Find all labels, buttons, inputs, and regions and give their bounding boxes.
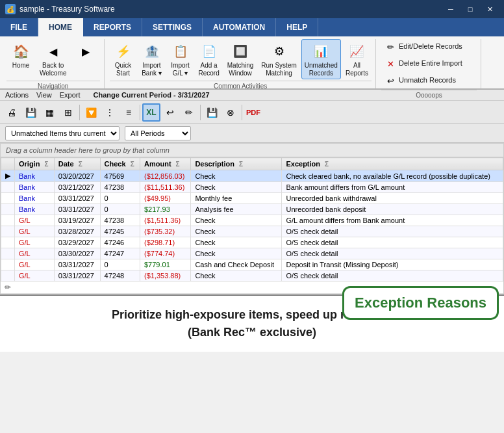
cell-origin: G/L (15, 259, 55, 270)
run-matching-icon: ⚙ (269, 41, 290, 62)
cell-amount: ($774.74) (140, 248, 191, 259)
cell-check: 0 (100, 204, 140, 215)
col-amount[interactable]: Amount Σ (140, 158, 191, 170)
layout-button[interactable]: ▦ (40, 103, 58, 122)
add-record-button[interactable]: 📄 Add aRecord (195, 39, 223, 79)
actions-menu[interactable]: Actions (5, 91, 29, 99)
row-arrow (1, 193, 15, 204)
table-row[interactable]: Bank03/31/20270($49.95)Monthly feeUnreco… (1, 193, 503, 204)
cell-exception: Bank amount differs from G/L amount (282, 182, 503, 193)
data-table: Origin Σ Date Σ Check Σ Amount Σ Descrip… (1, 157, 503, 282)
row-arrow (1, 248, 15, 259)
table-row[interactable]: Bank03/31/20270$217.93Analysis feeUnreco… (1, 204, 503, 215)
view-menu[interactable]: View (36, 91, 52, 99)
table-row[interactable]: ▶Bank03/20/202747569($12,856.03)CheckChe… (1, 170, 503, 182)
cell-amount: ($49.95) (140, 193, 191, 204)
cell-exception: O/S check detail (282, 226, 503, 237)
forward-button[interactable]: ▶ (71, 39, 100, 64)
filter-dropdown-2[interactable]: All Periods Current Period Prior Periods (125, 126, 191, 140)
quick-start-icon: ⚡ (113, 41, 134, 62)
col-description[interactable]: Description Σ (191, 158, 282, 170)
filter-button[interactable]: 🔽 (82, 103, 100, 122)
unmatched-records-button[interactable]: 📊 UnmatchedRecords (301, 39, 341, 79)
row-arrow (1, 182, 15, 193)
ribbon-content: 🏠 Home ◀ Back toWelcome ▶ Navigation ⚡ Q… (0, 36, 504, 90)
col-date[interactable]: Date Σ (54, 158, 100, 170)
print-button[interactable]: 🖨 (3, 103, 21, 122)
cell-date: 03/21/2027 (54, 182, 100, 193)
cell-amount: ($1,511.36) (140, 215, 191, 226)
edit-delete-button[interactable]: ✏ Edit/Delete Records (381, 39, 477, 55)
cell-origin: G/L (15, 248, 55, 259)
unmatch-records-button[interactable]: ↩ Unmatch Records (381, 73, 477, 88)
tab-help[interactable]: HELP (276, 18, 318, 36)
delete-import-button[interactable]: ✕ Delete Entire Import (381, 56, 477, 72)
maximize-button[interactable]: □ (461, 3, 479, 16)
table-row[interactable]: G/L03/19/202747238($1,511.36)CheckG/L am… (1, 215, 503, 226)
floppy-button[interactable]: 💾 (203, 103, 221, 122)
minimize-button[interactable]: ─ (442, 3, 460, 16)
column-button[interactable]: ⋮ (101, 103, 119, 122)
cell-check: 47245 (100, 226, 140, 237)
tab-reports[interactable]: REPORTS (83, 18, 142, 36)
undo-button[interactable]: ↩ (161, 103, 179, 122)
cell-amount: ($11,511.36) (140, 182, 191, 193)
table-row[interactable]: G/L03/30/202747247($774.74)CheckO/S chec… (1, 248, 503, 259)
cell-origin: Bank (15, 182, 55, 193)
close-button[interactable]: ✕ (481, 3, 499, 16)
pencil-edit-icon: ✏ (5, 283, 11, 292)
tab-automation[interactable]: AUTOMATION (203, 18, 276, 36)
export-menu[interactable]: Export (60, 91, 81, 99)
grid-container[interactable]: Drag a column header here to group by th… (0, 143, 504, 295)
back-welcome-button[interactable]: ◀ Back toWelcome (36, 39, 70, 79)
matching-window-button[interactable]: 🔲 MatchingWindow (224, 39, 257, 79)
import-bank-button[interactable]: 🏦 ImportBank ▾ (138, 39, 166, 79)
table-row[interactable]: G/L03/29/202747246($298.71)CheckO/S chec… (1, 237, 503, 248)
ribbon-tabs: FILE HOME REPORTS SETTINGS AUTOMATION HE… (0, 18, 504, 36)
cell-amount: $217.93 (140, 204, 191, 215)
cell-check: 47238 (100, 182, 140, 193)
matching-window-icon: 🔲 (230, 41, 251, 62)
cell-date: 03/31/2027 (54, 204, 100, 215)
cell-description: Check (191, 226, 282, 237)
tab-settings[interactable]: SETTINGS (142, 18, 203, 36)
cell-date: 03/31/2027 (54, 259, 100, 270)
pdf-button[interactable]: PDF (244, 103, 262, 122)
save-button[interactable]: 💾 (21, 103, 40, 122)
tab-file[interactable]: FILE (0, 18, 38, 36)
cell-origin: Bank (15, 170, 55, 182)
filter-bar: Unmatched Items thru current All Unmatch… (0, 124, 504, 143)
col-origin[interactable]: Origin Σ (15, 158, 55, 170)
table-row[interactable]: G/L03/31/20270$779.01Cash and Check Depo… (1, 259, 503, 270)
excel-button[interactable]: XL (142, 103, 160, 122)
group-button[interactable]: ≡ (120, 103, 138, 122)
col-check[interactable]: Check Σ (100, 158, 140, 170)
table-row[interactable]: Bank03/21/202747238($11,511.36)CheckBank… (1, 182, 503, 193)
all-reports-button[interactable]: 📈 AllReports (342, 39, 372, 79)
home-label: Home (12, 62, 30, 70)
grid-button[interactable]: ⊞ (59, 103, 77, 122)
table-row[interactable]: G/L03/28/202747245($735.32)CheckO/S chec… (1, 226, 503, 237)
toolbar-separator-4 (242, 105, 242, 120)
quick-start-button[interactable]: ⚡ QuickStart (110, 39, 137, 79)
run-matching-button[interactable]: ⚙ Run SystemMatching (258, 39, 299, 79)
pencil-button[interactable]: ✏ (180, 103, 198, 122)
edit-delete-icon: ✏ (386, 42, 396, 52)
row-arrow (1, 259, 15, 270)
cell-amount: ($298.71) (140, 237, 191, 248)
import-gl-button[interactable]: 📋 ImportG/L ▾ (167, 39, 194, 79)
cell-exception: Unrecorded bank withdrawal (282, 193, 503, 204)
toolbar-separator-1 (79, 105, 80, 120)
cancel-button[interactable]: ⊗ (221, 103, 240, 122)
table-row[interactable]: G/L03/31/202747248($1,353.88)CheckO/S ch… (1, 270, 503, 282)
col-exception[interactable]: Exception Σ (282, 158, 503, 170)
row-arrow (1, 226, 15, 237)
cell-origin: G/L (15, 215, 55, 226)
cell-check: 47246 (100, 237, 140, 248)
filter-dropdown-1[interactable]: Unmatched Items thru current All Unmatch… (5, 126, 120, 140)
row-indicator-header (1, 158, 15, 170)
row-arrow (1, 204, 15, 215)
tab-home[interactable]: HOME (38, 18, 83, 36)
home-button[interactable]: 🏠 Home (6, 39, 35, 72)
cell-amount: $779.01 (140, 259, 191, 270)
